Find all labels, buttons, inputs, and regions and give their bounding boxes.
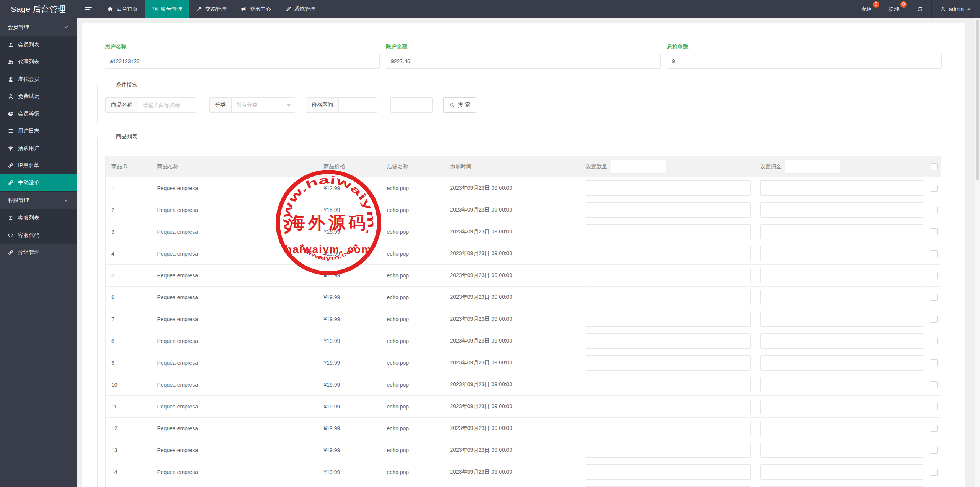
row-checkbox[interactable] xyxy=(931,228,938,235)
row-checkbox[interactable] xyxy=(931,316,938,323)
commission-input[interactable] xyxy=(760,290,923,305)
commission-input[interactable] xyxy=(760,268,923,283)
scrollbar-thumb[interactable] xyxy=(976,20,979,180)
quantity-input[interactable] xyxy=(586,399,751,414)
cell-add-time: 2023年09月23日 09:00:00 xyxy=(444,461,580,483)
person-icon xyxy=(940,6,946,12)
nav-item-accounts[interactable]: 账号管理 xyxy=(145,0,189,18)
sidebar-item-free-trial[interactable]: 免费试玩 xyxy=(0,88,77,105)
row-checkbox[interactable] xyxy=(931,272,938,279)
commission-input[interactable] xyxy=(760,399,923,414)
quantity-input[interactable] xyxy=(586,443,751,458)
category-label: 分类 xyxy=(210,98,232,112)
quantity-input[interactable] xyxy=(586,202,751,218)
cell-shop-name: echo pop xyxy=(381,330,444,352)
commission-input[interactable] xyxy=(760,355,923,371)
sidebar-item-agent-list[interactable]: 代理列表 xyxy=(0,53,77,71)
quantity-input[interactable] xyxy=(586,312,751,327)
product-name-input[interactable] xyxy=(138,98,196,112)
nav-item-trades[interactable]: 交易管理 xyxy=(189,0,234,18)
sidebar-item-ip-blacklist[interactable]: IP黑名单 xyxy=(0,157,77,174)
row-checkbox[interactable] xyxy=(931,294,938,301)
search-button[interactable]: 搜 索 xyxy=(443,97,476,113)
price-min-input[interactable] xyxy=(339,98,377,112)
cell-add-time: 2023年09月23日 09:00:00 xyxy=(444,418,580,439)
cell-product-price: ¥12.99 xyxy=(318,177,381,199)
table-row: 13Pequea empresa¥19.99echo pop2023年09月23… xyxy=(106,439,941,461)
sidebar-item-active-users[interactable]: 活跃用户 xyxy=(0,139,77,157)
balance-field[interactable] xyxy=(386,54,661,69)
commission-input[interactable] xyxy=(760,202,923,218)
table-header-row: 商品ID 商品名称 商品价格 店铺名称 添加时间 设置数量 xyxy=(106,156,941,177)
sidebar-group-label: 会员管理 xyxy=(8,24,29,31)
row-checkbox[interactable] xyxy=(931,425,938,432)
vertical-scrollbar[interactable] xyxy=(975,18,980,487)
cell-product-price: ¥19.99 xyxy=(318,352,381,374)
user-menu[interactable]: admin xyxy=(931,0,980,18)
sidebar-item-user-log[interactable]: 用户日志 xyxy=(0,122,77,139)
row-checkbox[interactable] xyxy=(931,469,938,476)
withdraw-button[interactable]: 提现 0 xyxy=(880,0,908,18)
col-product-name: 商品名称 xyxy=(152,156,318,177)
refresh-button[interactable] xyxy=(908,0,931,18)
category-select[interactable]: 所有分类 xyxy=(232,98,295,112)
row-checkbox[interactable] xyxy=(931,447,938,454)
sidebar-item-label: 客服代码 xyxy=(18,232,39,239)
sidebar-item-virtual-members[interactable]: 虚拟会员 xyxy=(0,71,77,88)
cell-add-time: 2023年09月23日 09:00:00 xyxy=(444,308,580,330)
username-label: admin xyxy=(949,6,964,12)
quantity-input[interactable] xyxy=(586,355,751,371)
row-checkbox[interactable] xyxy=(931,185,938,192)
price-max-input[interactable] xyxy=(390,97,433,113)
quantity-input[interactable] xyxy=(586,246,751,261)
commission-input[interactable] xyxy=(760,333,923,349)
link-icon xyxy=(8,162,14,169)
row-checkbox[interactable] xyxy=(931,338,938,344)
quantity-input[interactable] xyxy=(586,224,751,239)
sidebar-item-group-management[interactable]: 分组管理 xyxy=(0,244,77,261)
commission-input[interactable] xyxy=(760,180,923,196)
row-checkbox[interactable] xyxy=(931,207,938,213)
username-field[interactable] xyxy=(105,54,380,69)
commission-input[interactable] xyxy=(760,246,923,261)
commission-input[interactable] xyxy=(760,421,923,436)
collapse-sidebar-button[interactable] xyxy=(77,0,100,18)
quantity-input[interactable] xyxy=(586,268,751,283)
sidebar-group-service[interactable]: 客服管理 xyxy=(0,192,77,209)
sidebar-item-member-level[interactable]: 会员等级 xyxy=(0,105,77,122)
quantity-input[interactable] xyxy=(586,377,751,392)
commission-input[interactable] xyxy=(760,464,923,480)
commission-input[interactable] xyxy=(760,224,923,239)
recharge-button[interactable]: 充值 0 xyxy=(853,0,880,18)
set-all-quantity-input[interactable] xyxy=(611,160,666,174)
total-orders-field[interactable] xyxy=(667,54,942,69)
username-field-label: 用户名称 xyxy=(105,43,380,50)
commission-input[interactable] xyxy=(760,377,923,392)
row-checkbox[interactable] xyxy=(931,381,938,388)
select-all-checkbox[interactable] xyxy=(931,163,938,170)
nav-item-system[interactable]: 系统管理 xyxy=(278,0,322,18)
cogs-icon xyxy=(285,6,291,12)
row-checkbox[interactable] xyxy=(931,359,938,366)
sidebar-item-label: 免费试玩 xyxy=(18,93,39,100)
sidebar-item-service-list[interactable]: 客服列表 xyxy=(0,209,77,226)
cell-product-name: Pequea empresa xyxy=(152,461,318,483)
commission-input[interactable] xyxy=(760,443,923,458)
nav-item-news[interactable]: 资讯中心 xyxy=(234,0,278,18)
sidebar-members-children: 会员列表 代理列表 虚拟会员 免费试玩 会员等级 用户日志 活跃用户 IP黑名 xyxy=(0,36,77,192)
sidebar-item-manual-dispatch[interactable]: 手动派单 xyxy=(0,174,77,191)
sidebar-item-label: 活跃用户 xyxy=(18,145,39,152)
quantity-input[interactable] xyxy=(586,421,751,436)
quantity-input[interactable] xyxy=(586,333,751,349)
set-all-commission-input[interactable] xyxy=(785,160,840,174)
quantity-input[interactable] xyxy=(586,180,751,196)
row-checkbox[interactable] xyxy=(931,250,938,257)
sidebar-item-service-code[interactable]: 客服代码 xyxy=(0,226,77,244)
commission-input[interactable] xyxy=(760,312,923,327)
row-checkbox[interactable] xyxy=(931,403,938,410)
nav-item-dashboard[interactable]: 后台首页 xyxy=(100,0,145,18)
quantity-input[interactable] xyxy=(586,290,751,305)
quantity-input[interactable] xyxy=(586,464,751,480)
sidebar-item-member-list[interactable]: 会员列表 xyxy=(0,36,77,53)
sidebar-group-members[interactable]: 会员管理 xyxy=(0,18,77,36)
